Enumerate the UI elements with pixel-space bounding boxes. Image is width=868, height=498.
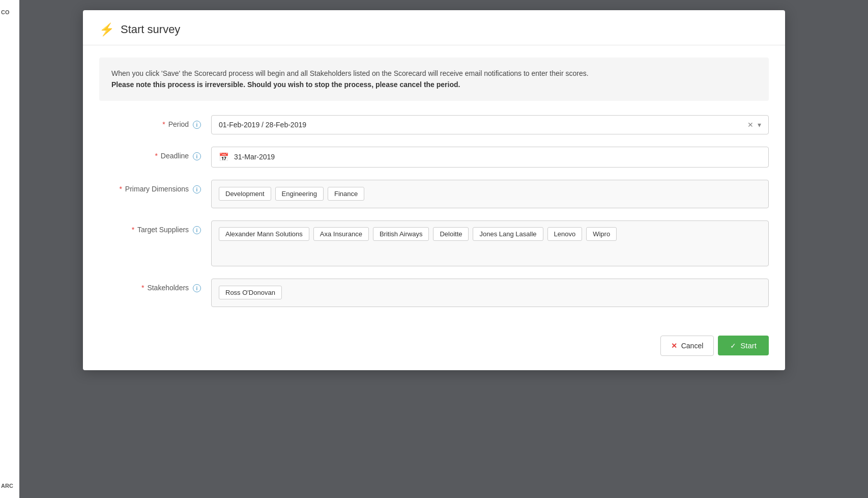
- cancel-label: Cancel: [681, 342, 704, 350]
- target-suppliers-label: * Target Suppliers i: [99, 220, 211, 235]
- tag-lenovo[interactable]: Lenovo: [547, 227, 583, 241]
- primary-dimensions-row: * Primary Dimensions i Development Engin…: [99, 180, 769, 208]
- period-row: * Period i 01-Feb-2019 / 28-Feb-2019 ✕ ▾: [99, 115, 769, 134]
- modal-footer: ✕ Cancel ✓ Start: [83, 336, 785, 370]
- stakeholders-label: * Stakeholders i: [99, 279, 211, 293]
- period-select-icons: ✕ ▾: [747, 121, 761, 129]
- modal-body: When you click 'Save' the Scorecard proc…: [83, 45, 785, 336]
- deadline-control: 📅 31-Mar-2019: [211, 147, 769, 168]
- deadline-row: * Deadline i 📅 31-Mar-2019: [99, 147, 769, 168]
- start-button[interactable]: ✓ Start: [718, 336, 769, 355]
- info-line2: Please note this process is irreversible…: [111, 79, 757, 90]
- pd-required-star: *: [120, 185, 122, 193]
- tag-british-airways[interactable]: British Airways: [373, 227, 429, 241]
- primary-dimensions-label: * Primary Dimensions i: [99, 180, 211, 194]
- sh-required-star: *: [141, 284, 144, 292]
- ts-required-star: *: [132, 226, 134, 234]
- period-info-icon[interactable]: i: [193, 121, 201, 129]
- info-box: When you click 'Save' the Scorecard proc…: [99, 58, 769, 101]
- period-value: 01-Feb-2019 / 28-Feb-2019: [219, 121, 306, 129]
- tag-development[interactable]: Development: [219, 187, 271, 201]
- period-select[interactable]: 01-Feb-2019 / 28-Feb-2019 ✕ ▾: [211, 115, 769, 134]
- modal-header: ⚡ Start survey: [83, 10, 785, 45]
- sh-info-icon[interactable]: i: [193, 284, 201, 292]
- pd-info-icon[interactable]: i: [193, 185, 201, 193]
- deadline-date-field[interactable]: 📅 31-Mar-2019: [211, 147, 769, 168]
- start-survey-modal: ⚡ Start survey When you click 'Save' the…: [83, 10, 785, 370]
- tag-alexander-mann[interactable]: Alexander Mann Solutions: [219, 227, 309, 241]
- deadline-info-icon[interactable]: i: [193, 152, 201, 160]
- start-label: Start: [740, 341, 757, 350]
- stakeholders-tags: Ross O'Donovan: [211, 279, 769, 307]
- target-suppliers-control: Alexander Mann Solutions Axa Insurance B…: [211, 220, 769, 266]
- primary-dimensions-control: Development Engineering Finance: [211, 180, 769, 208]
- stakeholders-control: Ross O'Donovan: [211, 279, 769, 307]
- tag-deloitte[interactable]: Deloitte: [433, 227, 469, 241]
- period-control: 01-Feb-2019 / 28-Feb-2019 ✕ ▾: [211, 115, 769, 134]
- target-suppliers-tags: Alexander Mann Solutions Axa Insurance B…: [211, 220, 769, 266]
- info-line1: When you click 'Save' the Scorecard proc…: [111, 68, 757, 79]
- period-chevron-icon[interactable]: ▾: [758, 121, 761, 129]
- deadline-required-star: *: [155, 152, 158, 160]
- period-clear-icon[interactable]: ✕: [747, 121, 754, 129]
- lightning-icon: ⚡: [99, 22, 114, 37]
- tag-axa-insurance[interactable]: Axa Insurance: [313, 227, 369, 241]
- deadline-value: 31-Mar-2019: [234, 153, 275, 161]
- deadline-label: * Deadline i: [99, 147, 211, 161]
- ts-info-icon[interactable]: i: [193, 226, 201, 234]
- period-required-star: *: [162, 120, 165, 128]
- modal-title: Start survey: [121, 23, 180, 36]
- tag-finance[interactable]: Finance: [328, 187, 364, 201]
- stakeholders-row: * Stakeholders i Ross O'Donovan: [99, 279, 769, 307]
- target-suppliers-row: * Target Suppliers i Alexander Mann Solu…: [99, 220, 769, 266]
- tag-engineering[interactable]: Engineering: [275, 187, 324, 201]
- cancel-button[interactable]: ✕ Cancel: [660, 336, 714, 356]
- calendar-icon: 📅: [219, 152, 229, 162]
- period-label: * Period i: [99, 115, 211, 129]
- tag-jones-lang-lasalle[interactable]: Jones Lang Lasalle: [473, 227, 543, 241]
- start-check-icon: ✓: [730, 342, 736, 350]
- modal-overlay: ⚡ Start survey When you click 'Save' the…: [0, 0, 868, 498]
- cancel-x-icon: ✕: [671, 342, 677, 350]
- tag-ross-odonovan[interactable]: Ross O'Donovan: [219, 286, 282, 299]
- primary-dimensions-tags: Development Engineering Finance: [211, 180, 769, 208]
- tag-wipro[interactable]: Wipro: [586, 227, 617, 241]
